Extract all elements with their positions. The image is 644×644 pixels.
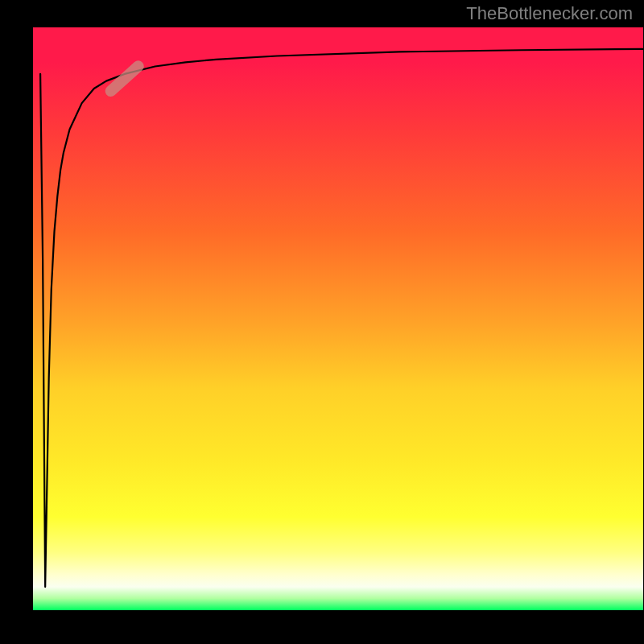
curve-marker-pill [103,58,147,99]
curve-line [40,49,643,587]
attribution-label: TheBottlenecker.com [466,3,633,24]
curve-marker [103,58,147,99]
chart-plot-area [33,27,643,610]
chart-svg [33,27,643,610]
